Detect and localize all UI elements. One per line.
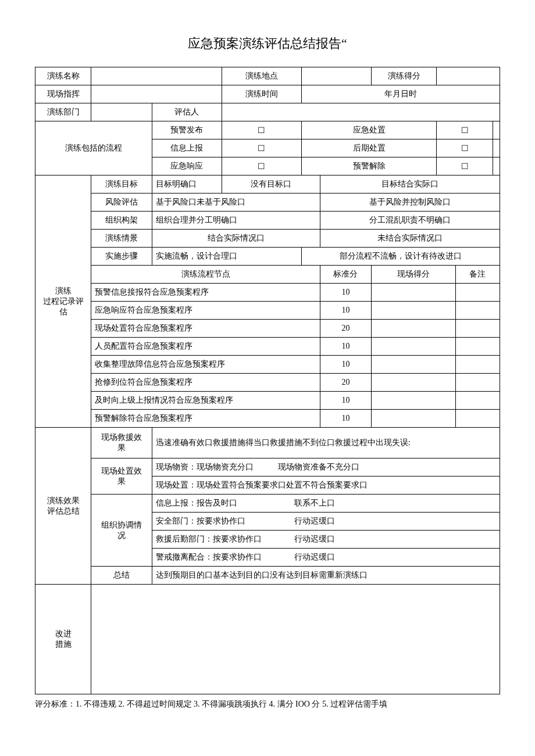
node-header-site: 现场得分 xyxy=(372,266,456,284)
node-row-remark[interactable] xyxy=(455,410,500,428)
field-exercise-score[interactable] xyxy=(437,67,500,85)
label-evaluator: 评估人 xyxy=(152,103,222,121)
node-row-site[interactable] xyxy=(372,374,456,392)
field-improve[interactable] xyxy=(91,585,500,694)
checkbox-r2b[interactable]: ☐ xyxy=(437,139,493,157)
sec1-step-a[interactable]: 实施流畅，设计合理口 xyxy=(152,248,301,266)
checkbox-r1b[interactable]: ☐ xyxy=(437,121,493,139)
page-title: 应急预案演练评估总结报告“ xyxy=(35,35,500,52)
node-row-name: 预警解除符合应急预案程序 xyxy=(91,410,320,428)
sec1-scene-a[interactable]: 结合实际情况口 xyxy=(152,230,320,248)
sec1-scene-label: 演练情景 xyxy=(91,230,152,248)
node-row-remark[interactable] xyxy=(455,356,500,374)
effect-disp-line1[interactable]: 现场物资：现场物资充分口 现场物资准备不充分口 xyxy=(152,458,500,476)
sec1-step-b[interactable]: 部分流程不流畅，设计有待改进口 xyxy=(301,248,500,266)
node-header-remark: 备注 xyxy=(455,266,500,284)
node-row-std: 10 xyxy=(320,302,371,320)
effect-coord-label: 组织协调情 况 xyxy=(91,495,152,567)
footnote: 评分标准：1. 不得违规 2. 不得超过时间规定 3. 不得漏项跳项执行 4. … xyxy=(35,699,500,710)
label-process-eval: 演练 过程记录评 估 xyxy=(35,175,91,428)
node-row-name: 现场处置符合应急预案程序 xyxy=(91,320,320,338)
field-exercise-time[interactable]: 年月日时 xyxy=(301,85,500,103)
sec1-risk-label: 风险评估 xyxy=(91,194,152,212)
label-effect-eval: 演练效果 评估总结 xyxy=(35,428,91,585)
node-row-site[interactable] xyxy=(372,320,456,338)
sec1-goal-label: 演练目标 xyxy=(91,175,152,194)
node-row-std: 20 xyxy=(320,320,371,338)
node-row-std: 10 xyxy=(320,392,371,410)
label-exercise-location: 演练地点 xyxy=(222,67,302,85)
sec1-risk-a[interactable]: 基于风险口未基于风险口 xyxy=(152,194,320,212)
node-row-site[interactable] xyxy=(372,356,456,374)
field-exercise-location[interactable] xyxy=(301,67,371,85)
node-row-remark[interactable] xyxy=(455,320,500,338)
sec1-goal-b[interactable]: 没有目标口 xyxy=(222,175,320,194)
label-exercise-dept: 演练部门 xyxy=(35,103,91,121)
spacer-r1 xyxy=(493,121,500,139)
effect-disp-line2[interactable]: 现场处置：现场处置符合预案要求口处置不符合预案要求口 xyxy=(152,476,500,495)
effect-coord-line2[interactable]: 安全部门：按要求协作口 行动迟缓口 xyxy=(152,513,500,531)
label-improve: 改进 措施 xyxy=(35,585,91,694)
sec1-goal-a[interactable]: 目标明确口 xyxy=(152,175,222,194)
report-table: 演练名称 演练地点 演练得分 现场指挥 演练时间 年月日时 演练部门 评估人 演… xyxy=(35,67,500,694)
node-row-std: 10 xyxy=(320,410,371,428)
node-row-remark[interactable] xyxy=(455,302,500,320)
node-row-site[interactable] xyxy=(372,302,456,320)
node-row-std: 10 xyxy=(320,284,371,302)
checkbox-r3a[interactable]: ☐ xyxy=(222,157,302,175)
sec1-step-label: 实施步骤 xyxy=(91,248,152,266)
proc-r2b: 后期处置 xyxy=(301,139,437,157)
node-row-site[interactable] xyxy=(372,284,456,302)
proc-r1b: 应急处置 xyxy=(301,121,437,139)
node-row-std: 10 xyxy=(320,356,371,374)
node-row-site[interactable] xyxy=(372,392,456,410)
node-row-site[interactable] xyxy=(372,410,456,428)
node-row-name: 预警信息接报符合应急预案程序 xyxy=(91,284,320,302)
proc-r2a: 信息上报 xyxy=(152,139,222,157)
node-row-name: 抢修到位符合应急预案程序 xyxy=(91,374,320,392)
effect-disp-label: 现场处置效 果 xyxy=(91,458,152,495)
label-process-included: 演练包括的流程 xyxy=(35,121,152,175)
sec1-org-b[interactable]: 分工混乱职责不明确口 xyxy=(320,212,500,230)
node-row-name: 应急响应符合应急预案程序 xyxy=(91,302,320,320)
sec1-org-label: 组织构架 xyxy=(91,212,152,230)
effect-coord-line4[interactable]: 警戒撤离配合：按要求协作口 行动迟缓口 xyxy=(152,549,500,567)
node-row-remark[interactable] xyxy=(455,392,500,410)
field-site-commander[interactable] xyxy=(91,85,222,103)
sec1-scene-b[interactable]: 未结合实际情况口 xyxy=(320,230,500,248)
node-row-remark[interactable] xyxy=(455,374,500,392)
label-site-commander: 现场指挥 xyxy=(35,85,91,103)
proc-r1a: 预警发布 xyxy=(152,121,222,139)
field-evaluator[interactable] xyxy=(222,103,500,121)
effect-coord-line3[interactable]: 救援后勤部门：按要求协作口 行动迟缓口 xyxy=(152,531,500,549)
checkbox-r3b[interactable]: ☐ xyxy=(437,157,493,175)
proc-r3a: 应急响应 xyxy=(152,157,222,175)
effect-coord-line1[interactable]: 信息上报：报告及时口 联系不上口 xyxy=(152,495,500,513)
spacer-r3 xyxy=(493,157,500,175)
label-exercise-time: 演练时间 xyxy=(222,85,302,103)
spacer-r2 xyxy=(493,139,500,157)
node-header-std: 标准分 xyxy=(320,266,371,284)
checkbox-r2a[interactable]: ☐ xyxy=(222,139,302,157)
sec1-org-a[interactable]: 组织合理并分工明确口 xyxy=(152,212,320,230)
effect-summary-label: 总结 xyxy=(91,567,152,585)
sec1-goal-c[interactable]: 目标结合实际口 xyxy=(320,175,500,194)
node-row-std: 10 xyxy=(320,338,371,356)
node-row-remark[interactable] xyxy=(455,338,500,356)
effect-rescue-text[interactable]: 迅速准确有效口救援措施得当口救援措施不到位口救援过程中出现失误: xyxy=(152,428,500,458)
node-row-remark[interactable] xyxy=(455,284,500,302)
field-exercise-dept[interactable] xyxy=(91,103,152,121)
label-exercise-score: 演练得分 xyxy=(372,67,437,85)
field-exercise-name[interactable] xyxy=(91,67,222,85)
node-row-name: 及时向上级上报情况符合应急预案程序 xyxy=(91,392,320,410)
checkbox-r1a[interactable]: ☐ xyxy=(222,121,302,139)
label-exercise-name: 演练名称 xyxy=(35,67,91,85)
node-header-name: 演练流程节点 xyxy=(91,266,320,284)
node-row-std: 20 xyxy=(320,374,371,392)
node-row-name: 人员配置符合应急预案程序 xyxy=(91,338,320,356)
sec1-risk-b[interactable]: 基于风险并控制风险口 xyxy=(320,194,500,212)
effect-summary-text[interactable]: 达到预期目的口基本达到目的口没有达到目标需重新演练口 xyxy=(152,567,500,585)
effect-rescue-label: 现场救援效 果 xyxy=(91,428,152,458)
node-row-site[interactable] xyxy=(372,338,456,356)
node-row-name: 收集整理故障信息符合应急预案程序 xyxy=(91,356,320,374)
